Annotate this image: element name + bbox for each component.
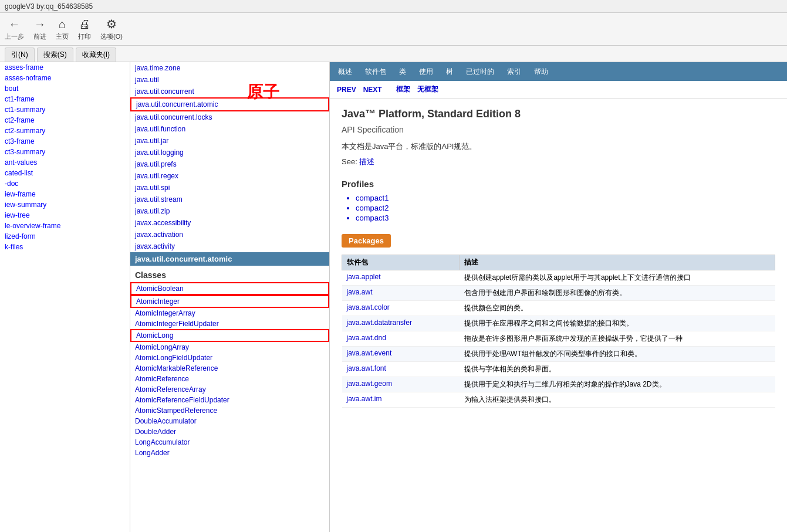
print-button[interactable]: 🖨 打印	[78, 18, 91, 41]
left-sidebar-item[interactable]: iew-tree	[0, 210, 130, 221]
middle-package-item[interactable]: java.util.spi	[130, 182, 329, 194]
profile-item[interactable]: compact2	[356, 204, 775, 212]
middle-package-item[interactable]: java.util.zip	[130, 205, 329, 217]
class-item[interactable]: DoubleAccumulator	[130, 416, 329, 426]
middle-package-item[interactable]: java.util.concurrent	[130, 86, 329, 97]
class-item[interactable]: AtomicStampedReference	[130, 405, 329, 416]
right-tab-item[interactable]: 索引	[501, 65, 527, 79]
table-cell-desc: 提供用于处理AWT组件触发的不同类型事件的接口和类。	[460, 347, 775, 362]
packages-table-body: java.applet提供创建applet所需的类以及applet用于与其app…	[342, 270, 775, 408]
package-link[interactable]: java.awt.datatransfer	[347, 318, 412, 327]
package-link[interactable]: java.awt.im	[347, 395, 382, 403]
package-link[interactable]: java.awt.geom	[347, 379, 392, 388]
table-cell-package[interactable]: java.awt.font	[342, 362, 460, 377]
home-button[interactable]: ⌂ 主页	[56, 18, 69, 41]
left-sidebar-item[interactable]: ct1-frame	[0, 94, 130, 104]
right-tab-item[interactable]: 树	[440, 65, 459, 79]
tab-favorites[interactable]: 收藏夹(I)	[76, 48, 116, 62]
print-icon: 🖨	[79, 18, 90, 31]
class-item[interactable]: LongAccumulator	[130, 437, 329, 448]
left-sidebar-item[interactable]: ct2-frame	[0, 115, 130, 126]
left-sidebar-item[interactable]: le-overview-frame	[0, 221, 130, 231]
class-item[interactable]: AtomicLongArray	[130, 342, 329, 353]
class-item[interactable]: AtomicInteger	[130, 295, 329, 308]
package-link[interactable]: java.awt.color	[347, 303, 390, 311]
class-item[interactable]: AtomicReferenceArray	[130, 384, 329, 395]
table-cell-package[interactable]: java.applet	[342, 270, 460, 286]
options-button[interactable]: ⚙ 选项(O)	[100, 17, 123, 41]
package-link[interactable]: java.applet	[347, 273, 381, 281]
table-cell-package[interactable]: java.awt	[342, 286, 460, 301]
middle-package-item[interactable]: java.util.stream	[130, 194, 329, 205]
tab-search[interactable]: 搜索(S)	[37, 48, 73, 62]
table-cell-package[interactable]: java.awt.event	[342, 347, 460, 362]
nav-prev-button[interactable]: PREV	[337, 86, 356, 94]
package-link[interactable]: java.awt.dnd	[347, 334, 386, 342]
package-link[interactable]: java.awt.font	[347, 364, 386, 372]
nav-next-button[interactable]: NEXT	[363, 86, 382, 94]
class-item[interactable]: AtomicLong	[130, 329, 329, 342]
table-cell-package[interactable]: java.awt.geom	[342, 377, 460, 392]
middle-package-item[interactable]: java.util	[130, 74, 329, 86]
table-cell-package[interactable]: java.awt.dnd	[342, 331, 460, 347]
back-label: 上一步	[5, 32, 24, 41]
left-sidebar-item[interactable]: ct2-summary	[0, 126, 130, 136]
profile-item[interactable]: compact3	[356, 214, 775, 222]
left-sidebar-item[interactable]: asses-frame	[0, 62, 130, 73]
tab-index[interactable]: 引(N)	[5, 48, 35, 62]
class-item[interactable]: AtomicMarkableReference	[130, 363, 329, 374]
left-sidebar-item[interactable]: k-files	[0, 242, 130, 252]
middle-package-item[interactable]: java.time.zone	[130, 62, 329, 74]
middle-package-item[interactable]: java.util.concurrent.locks	[130, 111, 329, 123]
table-cell-package[interactable]: java.awt.im	[342, 392, 460, 408]
profile-item[interactable]: compact1	[356, 194, 775, 202]
middle-package-item[interactable]: javax.activity	[130, 240, 329, 252]
package-link[interactable]: java.awt.event	[347, 349, 392, 357]
middle-package-item[interactable]: java.util.jar	[130, 135, 329, 147]
left-sidebar-item[interactable]: -doc	[0, 178, 130, 189]
right-tab-item[interactable]: 类	[393, 65, 412, 79]
left-sidebar-item[interactable]: ct3-summary	[0, 147, 130, 157]
left-sidebar-item[interactable]: ct1-summary	[0, 104, 130, 115]
right-tab-item[interactable]: 软件包	[359, 65, 392, 79]
left-sidebar-item[interactable]: lized-form	[0, 231, 130, 242]
nav-frame-link[interactable]: 无框架	[417, 84, 438, 94]
middle-package-item[interactable]: javax.activation	[130, 229, 329, 240]
middle-package-item[interactable]: java.util.concurrent.atomic	[130, 97, 329, 111]
left-sidebar-item[interactable]: cated-list	[0, 168, 130, 178]
class-item[interactable]: AtomicReferenceFieldUpdater	[130, 395, 329, 405]
class-item[interactable]: LongAdder	[130, 448, 329, 458]
middle-package-item[interactable]: java.util.regex	[130, 170, 329, 182]
left-sidebar-item[interactable]: iew-summary	[0, 199, 130, 210]
left-sidebar-item[interactable]: iew-frame	[0, 189, 130, 199]
class-item[interactable]: AtomicBoolean	[130, 282, 329, 295]
table-cell-package[interactable]: java.awt.color	[342, 301, 460, 316]
right-tab-item[interactable]: 帮助	[528, 65, 554, 79]
left-sidebar-item[interactable]: ct3-frame	[0, 136, 130, 147]
package-link[interactable]: java.awt	[347, 288, 373, 296]
right-tab-item[interactable]: 概述	[332, 65, 358, 79]
class-item[interactable]: AtomicReference	[130, 374, 329, 384]
left-sidebar-item[interactable]: asses-noframe	[0, 73, 130, 83]
middle-package-item[interactable]: java.util.prefs	[130, 158, 329, 170]
left-sidebar-item[interactable]: bout	[0, 83, 130, 94]
middle-package-item[interactable]: java.util.function	[130, 123, 329, 135]
class-item[interactable]: AtomicIntegerFieldUpdater	[130, 318, 329, 329]
table-cell-package[interactable]: java.awt.datatransfer	[342, 316, 460, 331]
right-tab-item[interactable]: 使用	[413, 65, 439, 79]
class-item[interactable]: DoubleAdder	[130, 426, 329, 437]
nav-frame-link[interactable]: 框架	[396, 84, 410, 94]
title-text: googleV3 by:qq_654638585	[5, 2, 93, 11]
middle-package-item[interactable]: javax.accessibility	[130, 217, 329, 229]
forward-button[interactable]: → 前进	[33, 18, 46, 41]
left-sidebar-item[interactable]: ant-values	[0, 157, 130, 168]
right-content: Java™ Platform, Standard Edition 8 API S…	[330, 99, 787, 532]
see-link[interactable]: 描述	[359, 157, 374, 166]
class-item[interactable]: AtomicIntegerArray	[130, 308, 329, 318]
back-button[interactable]: ← 上一步	[5, 18, 24, 41]
class-item[interactable]: AtomicLongFieldUpdater	[130, 353, 329, 363]
forward-label: 前进	[33, 32, 46, 41]
middle-package-item[interactable]: java.util.logging	[130, 147, 329, 158]
right-tab-item[interactable]: 已过时的	[460, 65, 500, 79]
middle-scroll[interactable]: java.time.zonejava.utiljava.util.concurr…	[130, 62, 329, 532]
